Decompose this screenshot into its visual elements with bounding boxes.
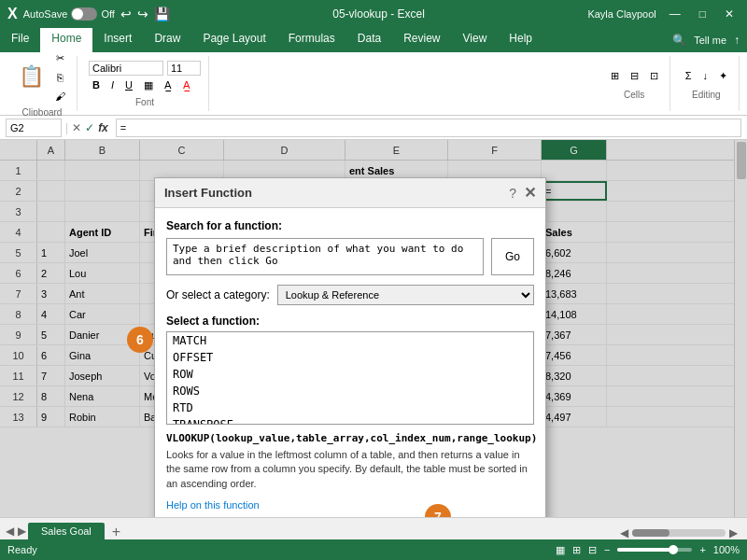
toggle-thumb [72, 8, 83, 20]
user-name: Kayla Claypool [587, 8, 655, 20]
format-cells-btn[interactable]: ⊡ [646, 68, 662, 84]
status-bar: Ready ▦ ⊞ ⊟ − + 100% [0, 539, 747, 560]
function-description: Looks for a value in the leftmost column… [166, 448, 534, 491]
editing-label: Editing [692, 90, 721, 100]
font-size-input[interactable] [167, 61, 201, 76]
ribbon-body: 📋 ✂ ⎘ 🖌 Clipboard B I U ▦ [0, 52, 747, 116]
dialog-title: Insert Function [164, 186, 252, 200]
copy-btn[interactable]: ⎘ [51, 70, 69, 85]
zoom-out-btn[interactable]: − [604, 544, 610, 555]
title-bar: X AutoSave Off ↩ ↪ 💾 05-vlookup - Excel … [0, 0, 747, 28]
ribbon-share-icon[interactable]: ↑ [734, 34, 740, 47]
cell-reference-input[interactable] [6, 119, 62, 137]
search-function-input[interactable]: Type a brief description of what you wan… [166, 238, 484, 275]
cut-btn[interactable]: ✂ [51, 50, 69, 66]
category-select[interactable]: Lookup & Reference All Most Recently Use… [277, 285, 534, 305]
minimize-btn[interactable]: — [664, 6, 686, 22]
tab-home[interactable]: Home [40, 28, 92, 52]
function-item-row[interactable]: ROW [167, 366, 533, 383]
cells-section: ⊞ ⊟ ⊡ Cells [599, 56, 670, 111]
zoom-in-btn[interactable]: + [699, 544, 705, 555]
function-signature: VLOOKUP(lookup_value,table_array,col_ind… [166, 432, 534, 444]
bold-btn[interactable]: B [89, 77, 104, 92]
horizontal-scroll-left-btn[interactable]: ◀ [620, 526, 628, 539]
tab-file[interactable]: File [0, 28, 40, 52]
format-painter-btn[interactable]: 🖌 [51, 89, 69, 104]
paste-btn[interactable]: 📋 [15, 64, 48, 89]
status-text: Ready [7, 544, 37, 555]
zoom-slider[interactable] [617, 548, 692, 552]
formula-separator: | [65, 121, 68, 134]
formula-input[interactable] [116, 119, 741, 137]
font-color-btn[interactable]: A̲ [179, 77, 194, 93]
tab-page-layout[interactable]: Page Layout [191, 28, 276, 52]
dialog-title-bar: Insert Function ? ✕ [155, 178, 545, 208]
app-window: X AutoSave Off ↩ ↪ 💾 05-vlookup - Excel … [0, 0, 747, 560]
formula-bar: | ✕ ✓ fx [0, 116, 747, 140]
tab-insert[interactable]: Insert [92, 28, 143, 52]
search-ribbon-icon[interactable]: 🔍 [672, 34, 686, 47]
tab-data[interactable]: Data [346, 28, 392, 52]
delete-cells-btn[interactable]: ⊟ [627, 68, 642, 84]
clipboard-section: 📋 ✂ ⎘ 🖌 Clipboard [7, 56, 78, 111]
go-btn[interactable]: Go [491, 238, 534, 275]
function-item-offset[interactable]: OFFSET [167, 349, 533, 366]
function-item-rtd[interactable]: RTD [167, 399, 533, 416]
confirm-formula-icon[interactable]: ✓ [85, 121, 94, 134]
font-name-input[interactable] [89, 61, 163, 76]
tab-scroll-right-btn[interactable]: ▶ [18, 525, 26, 538]
tab-scroll-left-btn[interactable]: ◀ [6, 525, 14, 538]
fill-btn[interactable]: ↓ [699, 68, 712, 84]
function-list[interactable]: MATCH OFFSET ROW ROWS RTD TRANSPOSE VLOO… [166, 331, 534, 425]
quick-save-icon[interactable]: 💾 [154, 7, 170, 21]
cancel-formula-icon[interactable]: ✕ [72, 121, 81, 134]
horizontal-scrollbar[interactable] [632, 529, 726, 537]
underline-btn[interactable]: U [121, 77, 136, 92]
editing-section: Σ ↓ ✦ Editing [674, 56, 740, 111]
zoom-slider-thumb[interactable] [669, 545, 678, 554]
dialog-help-icon[interactable]: ? [509, 186, 516, 201]
redo-icon[interactable]: ↪ [137, 7, 148, 21]
step-6-badge: 6 [127, 327, 153, 353]
sheet-tabs: ◀ ▶ Sales Goal + ◀ ▶ [0, 517, 747, 539]
horizontal-scrollbar-thumb[interactable] [632, 529, 669, 537]
function-item-transpose[interactable]: TRANSPOSE [167, 416, 533, 425]
tab-help[interactable]: Help [498, 28, 543, 52]
page-layout-icon[interactable]: ⊞ [572, 544, 581, 556]
category-row: Or select a category: Lookup & Reference… [166, 285, 534, 305]
add-sheet-btn[interactable]: + [106, 525, 126, 539]
function-item-match[interactable]: MATCH [167, 332, 533, 349]
fill-color-btn[interactable]: A̲ [161, 77, 176, 93]
clear-btn[interactable]: ✦ [715, 68, 731, 84]
maximize-btn[interactable]: □ [694, 6, 712, 22]
sheet-tab-sales-goal[interactable]: Sales Goal [28, 523, 105, 539]
help-on-function-link[interactable]: Help on this function [166, 499, 260, 511]
status-bar-right: ▦ ⊞ ⊟ − + 100% [556, 544, 740, 556]
cells-label: Cells [624, 90, 644, 100]
function-list-label: Select a function: [166, 315, 534, 328]
insert-function-icon[interactable]: fx [98, 121, 108, 134]
tell-me-label[interactable]: Tell me [694, 35, 726, 46]
autosave-state: Off [101, 8, 114, 20]
window-title: 05-vlookup - Excel [170, 7, 588, 21]
tab-review[interactable]: Review [392, 28, 451, 52]
function-item-rows[interactable]: ROWS [167, 383, 533, 399]
dialog-body: Search for a function: Type a brief desc… [155, 208, 545, 517]
dialog-close-btn[interactable]: ✕ [524, 184, 536, 202]
autosave-area: AutoSave Off [23, 7, 115, 21]
undo-icon[interactable]: ↩ [120, 7, 132, 21]
tab-draw[interactable]: Draw [143, 28, 191, 52]
insert-cells-btn[interactable]: ⊞ [607, 68, 623, 84]
close-btn[interactable]: ✕ [719, 6, 740, 22]
borders-btn[interactable]: ▦ [140, 77, 157, 93]
tab-view[interactable]: View [452, 28, 499, 52]
normal-view-icon[interactable]: ▦ [556, 544, 565, 556]
tab-formulas[interactable]: Formulas [277, 28, 346, 52]
autosum-btn[interactable]: Σ [682, 68, 696, 84]
page-break-icon[interactable]: ⊟ [588, 544, 597, 556]
category-label: Or select a category: [166, 288, 270, 301]
sheet-wrapper: A B C D E F G 1 ent Sales 2 = [0, 140, 747, 517]
autosave-toggle[interactable] [71, 7, 97, 21]
horizontal-scroll-right-btn[interactable]: ▶ [729, 526, 738, 539]
italic-btn[interactable]: I [107, 77, 118, 92]
